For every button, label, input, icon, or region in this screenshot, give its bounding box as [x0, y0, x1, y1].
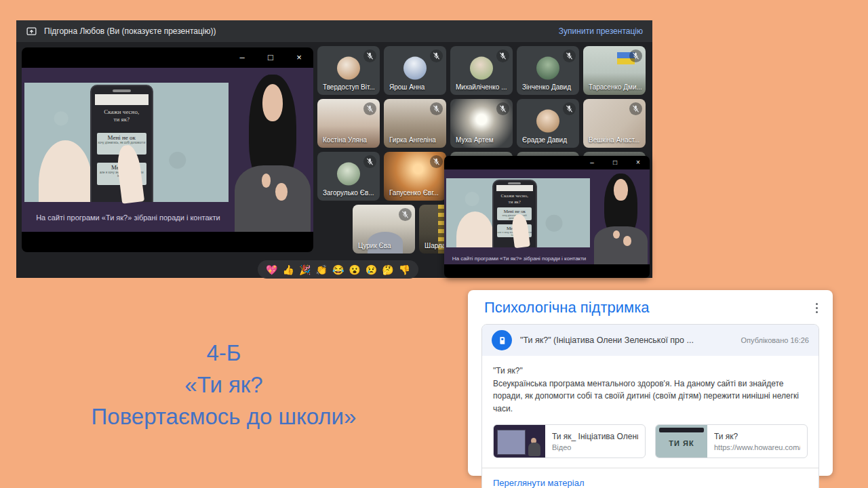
participant-name: Твердоступ Віт...: [323, 83, 375, 91]
reaction-thinking[interactable]: 🤔: [382, 265, 393, 274]
reactions-bar: 💖 👍 🎉 👏 😂 😮 😢 🤔 👎: [258, 260, 418, 279]
more-options-icon[interactable]: [813, 300, 821, 316]
slide-illustration-card: Скажи чесно, ти як? Мені не ок хочу дізн…: [24, 83, 229, 203]
attachment-meta: Ти як_ Ініціатива Олени ... Відео: [545, 425, 645, 458]
participant-tile[interactable]: Ярош Анна: [384, 46, 446, 95]
classroom-material-card: Психологічна підтримка "Ти як?" (Ініціат…: [468, 290, 833, 476]
mic-off-icon: [363, 155, 376, 168]
interpreter-face: [262, 84, 283, 122]
participant-name: Гапусенко Євг...: [389, 189, 439, 197]
attachment-subtitle: Відео: [552, 443, 638, 451]
interpreter-torso: [235, 165, 310, 232]
classroom-post-header[interactable]: "Ти як?" (Ініціатива Олени Зеленської пр…: [482, 325, 818, 356]
mic-off-icon: [430, 155, 443, 168]
participant-tile[interactable]: Гапусенко Євг...: [384, 152, 446, 201]
participant-tile[interactable]: Михайліченко ...: [450, 46, 513, 95]
minimize-button[interactable]: –: [580, 156, 604, 169]
slide-caption-text: На сайті програми «Ти як?» зібрані порад…: [28, 214, 229, 222]
phone-speaker: [113, 89, 131, 92]
classroom-topic-title: Психологічна підтримка: [484, 299, 650, 317]
mic-off-icon: [363, 102, 376, 115]
maximize-button[interactable]: □: [256, 47, 285, 68]
link-thumbnail: ТИ ЯК: [656, 425, 707, 458]
participant-name: Шарла: [425, 242, 446, 249]
participant-tile[interactable]: Зінченко Давид: [517, 46, 579, 95]
participant-name: Ярош Анна: [389, 83, 425, 91]
attachment-link-card[interactable]: ТИ ЯК Ти як? https://www.howareu.com/: [655, 424, 808, 458]
meet-top-bar: Підгорна Любов (Ви (показуєте презентаці…: [16, 20, 652, 42]
reaction-heart[interactable]: 💖: [266, 265, 277, 274]
mic-off-icon: [563, 49, 576, 62]
participant-name: Вешкіна Анаст...: [589, 136, 639, 144]
material-book-icon: [492, 330, 512, 350]
participant-tile[interactable]: Костіна Уляна: [317, 99, 380, 148]
reaction-clap[interactable]: 👏: [315, 265, 327, 274]
participant-tile[interactable]: Гирка Ангеліна: [384, 99, 446, 148]
mic-off-icon: [399, 208, 412, 221]
avatar: [337, 57, 360, 80]
reaction-cry[interactable]: 😢: [366, 265, 377, 274]
participant-name: Гирка Ангеліна: [389, 136, 436, 144]
presentation-titlebar: – □ ×: [22, 47, 313, 68]
attachment-meta: Ти як? https://www.howareu.com/: [707, 425, 807, 458]
phone-heading: Скажи чесно, ти як?: [494, 193, 536, 205]
phone-header-bar: [496, 185, 533, 191]
participant-name: Костіна Уляна: [323, 136, 367, 144]
reaction-thumbs-down[interactable]: 👎: [399, 265, 410, 274]
participant-tile[interactable]: Цурик Єва: [353, 205, 415, 253]
option-label: Мені не ок: [97, 134, 146, 141]
classroom-header: Психологічна підтримка: [468, 290, 833, 323]
participant-name: Цурик Єва: [358, 242, 391, 249]
phone-heading-line2: ти як?: [494, 199, 536, 205]
avatar: [337, 163, 360, 186]
presenter-label: Підгорна Любов (Ви (показуєте презентаці…: [44, 26, 216, 36]
hand-illustration: [456, 211, 494, 247]
phone-heading-line1: Скажи чесно,: [494, 193, 536, 199]
participant-tile[interactable]: Загорулько Єв...: [317, 152, 380, 201]
google-meet-window: Підгорна Любов (Ви (показуєте презентаці…: [16, 20, 652, 278]
close-button[interactable]: ×: [627, 156, 650, 169]
presenting-icon: [26, 26, 37, 37]
reaction-party[interactable]: 🎉: [299, 265, 311, 274]
view-material-link[interactable]: Переглянути матеріал: [493, 478, 584, 488]
reaction-thumbs-up[interactable]: 👍: [282, 265, 294, 274]
classroom-post-footer: Переглянути матеріал: [482, 468, 818, 488]
mic-off-icon: [496, 49, 509, 62]
shared-presentation-window: – □ × Скажи чесно, ти як? Мені не ок хоч…: [22, 47, 313, 252]
shared-slide: Скажи чесно, ти як? Мені не ок хочу дізн…: [22, 68, 313, 232]
participant-tile[interactable]: Вешкіна Анаст...: [583, 99, 646, 148]
avatar: [536, 110, 559, 133]
participant-tile[interactable]: Єрадзе Давид: [517, 99, 579, 148]
slide-illustration-card: Скажи чесно, ти як? Мені не ок хочу дізн…: [446, 178, 590, 247]
hand-illustration: [39, 140, 92, 203]
reaction-surprised[interactable]: 😮: [349, 265, 360, 274]
link-thumb-banner: [659, 428, 705, 433]
interpreter-hand: [275, 183, 287, 201]
slide-title-text: 4-Б «Ти як? Повертаємось до школи»: [20, 337, 427, 433]
phone-speaker: [508, 182, 521, 184]
interpreter-torso: [594, 226, 648, 264]
stop-presenting-button[interactable]: Зупинити презентацію: [559, 26, 643, 36]
close-button[interactable]: ×: [285, 47, 313, 68]
participant-tile[interactable]: Тарасенко Дми...: [583, 46, 646, 95]
interpreter-face: [614, 179, 628, 201]
maximize-button[interactable]: □: [604, 156, 627, 169]
classroom-post-card: "Ти як?" (Ініціатива Олени Зеленської пр…: [481, 324, 819, 488]
attachment-title: Ти як_ Ініціатива Олени ...: [552, 432, 638, 441]
attachment-video-card[interactable]: Ти як_ Ініціатива Олени ... Відео: [493, 424, 646, 458]
participant-tile[interactable]: Твердоступ Віт...: [317, 46, 380, 95]
participant-tile[interactable]: Муха Артем: [450, 99, 513, 148]
classroom-post-body: "Ти як?" Всеукраїнська програма ментальн…: [482, 356, 818, 418]
reaction-laugh[interactable]: 😂: [332, 265, 344, 274]
presentation-pip-window[interactable]: – □ × Скажи чесно, ти як? Мені не ок хоч…: [444, 156, 650, 278]
participant-name: Загорулько Єв...: [323, 189, 374, 197]
mic-off-icon: [629, 49, 642, 62]
sign-language-interpreter: [593, 174, 649, 264]
pip-titlebar: – □ ×: [444, 156, 650, 169]
published-timestamp: Опубліковано 16:26: [741, 336, 809, 344]
mic-off-icon: [430, 49, 443, 62]
mic-off-icon: [363, 49, 376, 62]
participant-name: Тарасенко Дми...: [589, 83, 642, 91]
avatar: [536, 57, 559, 80]
minimize-button[interactable]: –: [228, 47, 256, 68]
